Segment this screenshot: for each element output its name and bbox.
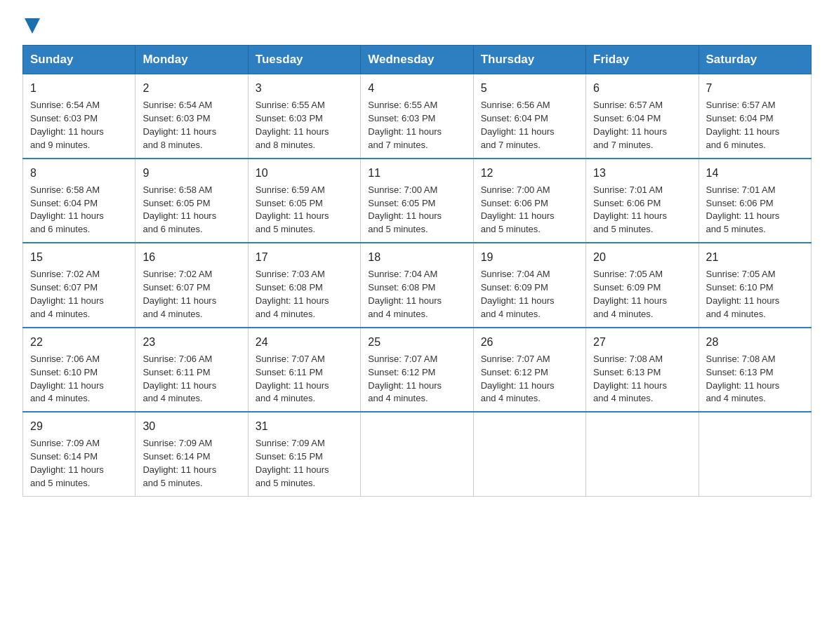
- calendar-cell: 18 Sunrise: 7:04 AM Sunset: 6:08 PM Dayl…: [361, 243, 473, 328]
- daylight-label: Daylight: 11 hoursand 5 minutes.: [706, 210, 780, 234]
- sunrise-label: Sunrise: 7:02 AM: [30, 269, 100, 279]
- calendar-cell: 6 Sunrise: 6:57 AM Sunset: 6:04 PM Dayli…: [586, 74, 699, 159]
- day-number: 1: [30, 80, 128, 96]
- daylight-label: Daylight: 11 hoursand 6 minutes.: [706, 126, 780, 150]
- day-number: 5: [481, 80, 578, 96]
- sunset-label: Sunset: 6:06 PM: [706, 198, 774, 208]
- day-number: 24: [256, 334, 353, 350]
- calendar-cell: [473, 412, 585, 496]
- daylight-label: Daylight: 11 hoursand 5 minutes.: [481, 210, 555, 234]
- sunrise-label: Sunrise: 7:03 AM: [256, 269, 325, 279]
- calendar-week-row: 8 Sunrise: 6:58 AM Sunset: 6:04 PM Dayli…: [23, 159, 812, 243]
- sunrise-label: Sunrise: 7:09 AM: [143, 438, 212, 448]
- daylight-label: Daylight: 11 hoursand 5 minutes.: [30, 464, 104, 488]
- daylight-label: Daylight: 11 hoursand 8 minutes.: [256, 126, 329, 150]
- day-number: 9: [143, 165, 240, 181]
- sunrise-label: Sunrise: 7:07 AM: [368, 354, 437, 364]
- calendar-cell: 3 Sunrise: 6:55 AM Sunset: 6:03 PM Dayli…: [248, 74, 360, 159]
- daylight-label: Daylight: 11 hoursand 5 minutes.: [256, 464, 329, 488]
- day-number: 10: [256, 165, 353, 181]
- sunset-label: Sunset: 6:09 PM: [481, 282, 548, 293]
- sunset-label: Sunset: 6:04 PM: [706, 113, 774, 123]
- sunrise-label: Sunrise: 7:06 AM: [143, 354, 212, 364]
- sunrise-label: Sunrise: 7:07 AM: [256, 354, 325, 364]
- day-number: 29: [30, 418, 128, 434]
- day-number: 3: [256, 80, 353, 96]
- day-number: 12: [481, 165, 578, 181]
- calendar-cell: 5 Sunrise: 6:56 AM Sunset: 6:04 PM Dayli…: [473, 74, 585, 159]
- sunset-label: Sunset: 6:04 PM: [30, 198, 98, 208]
- daylight-label: Daylight: 11 hoursand 4 minutes.: [256, 380, 329, 404]
- sunset-label: Sunset: 6:08 PM: [368, 282, 435, 293]
- sunset-label: Sunset: 6:06 PM: [593, 198, 661, 208]
- day-number: 27: [593, 334, 691, 350]
- svg-marker-0: [25, 18, 40, 34]
- sunrise-label: Sunrise: 6:59 AM: [256, 185, 325, 195]
- day-number: 21: [706, 249, 804, 265]
- sunset-label: Sunset: 6:04 PM: [593, 113, 661, 123]
- sunrise-label: Sunrise: 6:55 AM: [368, 100, 437, 110]
- day-number: 16: [143, 249, 240, 265]
- daylight-label: Daylight: 11 hoursand 7 minutes.: [481, 126, 555, 150]
- sunset-label: Sunset: 6:14 PM: [143, 451, 210, 462]
- daylight-label: Daylight: 11 hoursand 4 minutes.: [30, 295, 104, 319]
- day-number: 13: [593, 165, 691, 181]
- day-number: 17: [256, 249, 353, 265]
- calendar-header-row: SundayMondayTuesdayWednesdayThursdayFrid…: [23, 46, 812, 74]
- calendar-week-row: 29 Sunrise: 7:09 AM Sunset: 6:14 PM Dayl…: [23, 412, 812, 496]
- daylight-label: Daylight: 11 hoursand 4 minutes.: [143, 380, 216, 404]
- day-header-sunday: Sunday: [23, 46, 135, 74]
- calendar-week-row: 15 Sunrise: 7:02 AM Sunset: 6:07 PM Dayl…: [23, 243, 812, 328]
- sunrise-label: Sunrise: 6:57 AM: [593, 100, 663, 110]
- calendar-cell: 24 Sunrise: 7:07 AM Sunset: 6:11 PM Dayl…: [248, 328, 360, 412]
- calendar-cell: 29 Sunrise: 7:09 AM Sunset: 6:14 PM Dayl…: [23, 412, 135, 496]
- sunset-label: Sunset: 6:12 PM: [368, 367, 435, 377]
- sunset-label: Sunset: 6:05 PM: [368, 198, 435, 208]
- daylight-label: Daylight: 11 hoursand 5 minutes.: [143, 464, 216, 488]
- sunrise-label: Sunrise: 7:05 AM: [706, 269, 776, 279]
- sunrise-label: Sunrise: 6:58 AM: [30, 185, 100, 195]
- daylight-label: Daylight: 11 hoursand 8 minutes.: [143, 126, 216, 150]
- calendar-cell: 12 Sunrise: 7:00 AM Sunset: 6:06 PM Dayl…: [473, 159, 585, 243]
- sunrise-label: Sunrise: 7:09 AM: [30, 438, 100, 448]
- calendar-cell: 11 Sunrise: 7:00 AM Sunset: 6:05 PM Dayl…: [361, 159, 473, 243]
- calendar-cell: 8 Sunrise: 6:58 AM Sunset: 6:04 PM Dayli…: [23, 159, 135, 243]
- day-number: 15: [30, 249, 128, 265]
- sunset-label: Sunset: 6:14 PM: [30, 451, 98, 462]
- sunset-label: Sunset: 6:10 PM: [706, 282, 774, 293]
- daylight-label: Daylight: 11 hoursand 4 minutes.: [593, 295, 667, 319]
- calendar-cell: 22 Sunrise: 7:06 AM Sunset: 6:10 PM Dayl…: [23, 328, 135, 412]
- sunrise-label: Sunrise: 7:00 AM: [368, 185, 437, 195]
- calendar-cell: 30 Sunrise: 7:09 AM Sunset: 6:14 PM Dayl…: [135, 412, 248, 496]
- day-number: 8: [30, 165, 128, 181]
- daylight-label: Daylight: 11 hoursand 5 minutes.: [256, 210, 329, 234]
- sunset-label: Sunset: 6:03 PM: [368, 113, 435, 123]
- day-number: 30: [143, 418, 240, 434]
- calendar-cell: 9 Sunrise: 6:58 AM Sunset: 6:05 PM Dayli…: [135, 159, 248, 243]
- sunrise-label: Sunrise: 7:07 AM: [481, 354, 550, 364]
- daylight-label: Daylight: 11 hoursand 4 minutes.: [481, 295, 555, 319]
- day-number: 14: [706, 165, 804, 181]
- day-number: 2: [143, 80, 240, 96]
- day-header-wednesday: Wednesday: [361, 46, 473, 74]
- sunrise-label: Sunrise: 7:00 AM: [481, 185, 550, 195]
- calendar-cell: 28 Sunrise: 7:08 AM Sunset: 6:13 PM Dayl…: [699, 328, 811, 412]
- calendar-cell: 1 Sunrise: 6:54 AM Sunset: 6:03 PM Dayli…: [23, 74, 135, 159]
- sunset-label: Sunset: 6:08 PM: [256, 282, 323, 293]
- daylight-label: Daylight: 11 hoursand 5 minutes.: [593, 210, 667, 234]
- daylight-label: Daylight: 11 hoursand 4 minutes.: [30, 380, 104, 404]
- calendar-cell: 13 Sunrise: 7:01 AM Sunset: 6:06 PM Dayl…: [586, 159, 699, 243]
- sunset-label: Sunset: 6:11 PM: [256, 367, 323, 377]
- page-header: [22, 17, 812, 31]
- sunset-label: Sunset: 6:09 PM: [593, 282, 661, 293]
- day-number: 18: [368, 249, 465, 265]
- day-header-tuesday: Tuesday: [248, 46, 360, 74]
- calendar-cell: 25 Sunrise: 7:07 AM Sunset: 6:12 PM Dayl…: [361, 328, 473, 412]
- sunset-label: Sunset: 6:10 PM: [30, 367, 98, 377]
- calendar-cell: [699, 412, 811, 496]
- sunrise-label: Sunrise: 7:04 AM: [368, 269, 437, 279]
- sunset-label: Sunset: 6:07 PM: [30, 282, 98, 293]
- sunrise-label: Sunrise: 7:01 AM: [706, 185, 776, 195]
- sunrise-label: Sunrise: 6:54 AM: [30, 100, 100, 110]
- sunset-label: Sunset: 6:03 PM: [30, 113, 98, 123]
